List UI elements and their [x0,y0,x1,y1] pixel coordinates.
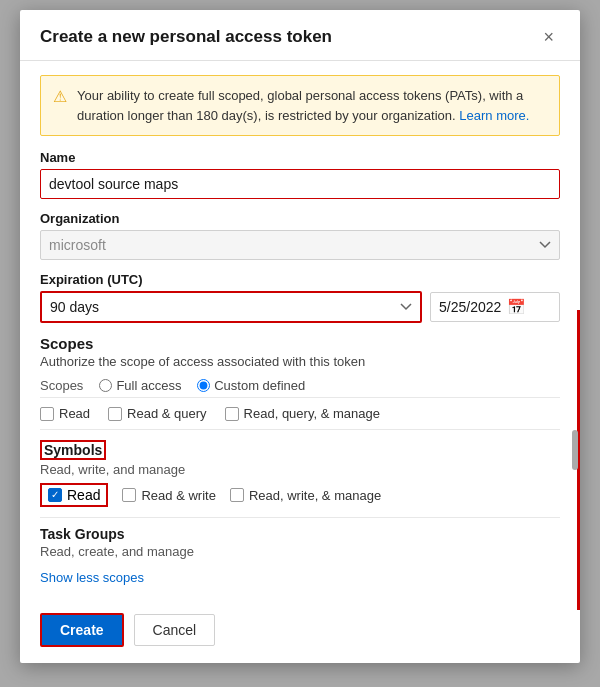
symbols-checkboxes: Read Read & write Read, write, & manage [40,483,560,507]
expiration-date-field[interactable]: 5/25/2022 📅 [430,292,560,322]
org-group: Organization microsoft [40,211,560,260]
modal-header: Create a new personal access token × [20,10,580,61]
scopes-title: Scopes [40,335,560,352]
read-query-manage-checkbox-label[interactable]: Read, query, & manage [225,406,380,421]
symbols-read-label: Read [67,487,100,503]
symbols-read-write-manage-label[interactable]: Read, write, & manage [230,488,381,503]
custom-radio[interactable] [197,379,210,392]
custom-label: Custom defined [214,378,305,393]
warning-icon: ⚠ [53,87,67,106]
expiration-group: Expiration (UTC) 90 days 30 days Custom … [40,272,560,323]
custom-radio-label[interactable]: Custom defined [197,378,305,393]
expiration-row: 90 days 30 days Custom defined 5/25/2022… [40,291,560,323]
task-groups-section: Task Groups Read, create, and manage [40,517,560,559]
read-query-checkbox[interactable] [108,407,122,421]
symbols-read-write-label[interactable]: Read & write [122,488,215,503]
symbols-read-write-manage-checkbox[interactable] [230,488,244,502]
symbols-read-outlined[interactable]: Read [40,483,108,507]
show-less-scopes-link[interactable]: Show less scopes [40,570,144,585]
symbols-block: Symbols Read, write, and manage Read Rea… [40,440,560,507]
task-groups-title: Task Groups [40,526,560,542]
modal-body: ⚠ Your ability to create full scoped, gl… [20,61,580,613]
warning-text: Your ability to create full scoped, glob… [77,86,547,125]
scopes-section: Scopes Authorize the scope of access ass… [40,335,560,599]
learn-more-link[interactable]: Learn more. [459,108,529,123]
full-access-radio[interactable] [99,379,112,392]
symbols-read-write-checkbox[interactable] [122,488,136,502]
modal-footer: Create Cancel [20,613,580,663]
name-label: Name [40,150,560,165]
read-query-manage-label: Read, query, & manage [244,406,380,421]
scrollbar-thumb[interactable] [572,430,578,470]
create-button[interactable]: Create [40,613,124,647]
expiration-date-text: 5/25/2022 [439,299,501,315]
full-access-radio-label[interactable]: Full access [99,378,181,393]
create-pat-modal: Create a new personal access token × ⚠ Y… [20,10,580,663]
task-groups-desc: Read, create, and manage [40,544,560,559]
modal-title: Create a new personal access token [40,27,332,47]
warning-message: Your ability to create full scoped, glob… [77,88,523,123]
read-query-manage-checkbox[interactable] [225,407,239,421]
close-button[interactable]: × [537,26,560,48]
scopes-label-text: Scopes [40,378,83,393]
read-label: Read [59,406,90,421]
symbols-desc: Read, write, and manage [40,462,560,477]
read-query-label: Read & query [127,406,207,421]
calendar-icon: 📅 [507,298,526,316]
full-access-label: Full access [116,378,181,393]
read-query-checkbox-label[interactable]: Read & query [108,406,207,421]
symbols-read-write-manage-text: Read, write, & manage [249,488,381,503]
name-input[interactable] [40,169,560,199]
org-label: Organization [40,211,560,226]
org-select[interactable]: microsoft [40,230,560,260]
scope-checkboxes-row: Read Read & query Read, query, & manage [40,397,560,430]
warning-banner: ⚠ Your ability to create full scoped, gl… [40,75,560,136]
scopes-subtitle: Authorize the scope of access associated… [40,354,560,369]
symbols-read-write-text: Read & write [141,488,215,503]
scope-radios: Scopes Full access Custom defined [40,377,560,393]
symbols-read-checkbox[interactable] [48,488,62,502]
name-group: Name [40,150,560,199]
read-checkbox-label[interactable]: Read [40,406,90,421]
expiration-select-wrap: 90 days 30 days Custom defined [40,291,422,323]
read-checkbox[interactable] [40,407,54,421]
expiration-select[interactable]: 90 days 30 days Custom defined [40,291,422,323]
expiration-label: Expiration (UTC) [40,272,560,287]
cancel-button[interactable]: Cancel [134,614,216,646]
symbols-title: Symbols [40,440,106,460]
